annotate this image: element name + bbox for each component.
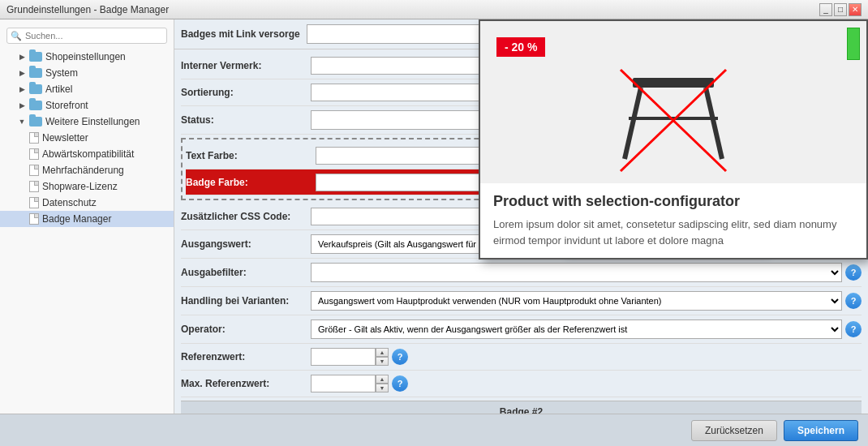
content-area: Badges mit Link versorge ? Interner Verm… — [174, 19, 868, 414]
operator-select[interactable]: Größer - Gilt als Aktiv, wenn der Ausgan… — [311, 319, 842, 339]
sidebar-label: Weitere Einstellungen — [45, 116, 140, 127]
sidebar-item-shopeinstellungen[interactable]: ▶ Shopeinstellungen — [0, 49, 174, 65]
badge-farbe-label: Badge Farbe: — [186, 177, 316, 188]
badges-label: Badges mit Link versorge — [181, 28, 300, 40]
doc-icon — [29, 197, 39, 208]
sidebar-label: Newsletter — [42, 132, 88, 144]
search-input[interactable] — [6, 28, 167, 44]
expand-icon: ▶ — [16, 100, 28, 111]
referenzwert-up[interactable]: ▲ — [376, 348, 389, 357]
operator-control: Größer - Gilt als Aktiv, wenn der Ausgan… — [311, 319, 862, 339]
sidebar: 🔍 ▶ Shopeinstellungen ▶ System ▶ Artikel… — [0, 19, 174, 414]
folder-icon — [29, 101, 42, 110]
green-indicator — [847, 28, 860, 60]
sidebar-label: Datenschutz — [42, 197, 97, 208]
ausgabefilter-label: Ausgabefilter: — [181, 267, 311, 278]
sidebar-item-artikel[interactable]: ▶ Artikel — [0, 81, 174, 97]
referenzwert-spinner: 0 ▲ ▼ — [311, 348, 389, 366]
form-row-handling: Handling bei Varianten: Ausgangswert vom… — [181, 287, 862, 315]
form-row-max-referenzwert: Max. Referenzwert: 0 ▲ ▼ ? — [181, 371, 862, 397]
doc-icon — [29, 181, 39, 192]
interner-vermerk-label: Interner Vermerk: — [181, 60, 311, 71]
doc-icon — [29, 148, 39, 160]
window-title: Grundeinstellungen - Badge Manager — [6, 4, 169, 15]
expand-icon: ▶ — [16, 67, 28, 79]
expand-icon: ▶ — [16, 84, 28, 95]
expand-icon: ▶ — [16, 51, 28, 62]
sidebar-label: Badge Manager — [42, 213, 111, 225]
preview-product-desc: Lorem ipsum dolor sit amet, consetetur s… — [493, 217, 853, 248]
help-button-operator[interactable]: ? — [845, 321, 862, 337]
help-button-ausgabefilter[interactable]: ? — [845, 264, 862, 281]
referenzwert-label: Referenzwert: — [181, 351, 311, 362]
doc-icon — [29, 132, 39, 144]
sidebar-item-abwaerts[interactable]: Abwärtskompatibilität — [0, 146, 174, 162]
badge-section-header: Badge #2 — [181, 401, 862, 414]
maximize-button[interactable]: □ — [834, 3, 847, 16]
ausgabefilter-select[interactable] — [311, 263, 842, 282]
folder-icon — [29, 52, 42, 62]
sortierung-label: Sortierung: — [181, 87, 311, 98]
referenzwert-input[interactable]: 0 — [311, 348, 376, 366]
save-button[interactable]: Speichern — [784, 420, 858, 441]
sidebar-item-badge-manager[interactable]: Badge Manager — [0, 211, 174, 227]
form-row-referenzwert: Referenzwert: 0 ▲ ▼ ? — [181, 344, 862, 371]
help-button-handling[interactable]: ? — [845, 293, 862, 309]
sidebar-label: Storefront — [45, 100, 88, 111]
preview-product-title: Product with selection-configurator — [493, 193, 853, 210]
svg-line-2 — [706, 88, 722, 159]
title-bar: Grundeinstellungen - Badge Manager _ □ ✕ — [0, 0, 868, 19]
stool-svg — [608, 45, 738, 175]
sidebar-item-newsletter[interactable]: Newsletter — [0, 130, 174, 146]
operator-label: Operator: — [181, 324, 311, 335]
max-referenzwert-input[interactable]: 0 — [311, 375, 376, 392]
search-icon: 🔍 — [11, 31, 22, 41]
close-button[interactable]: ✕ — [849, 3, 862, 16]
sidebar-label: Shopware-Lizenz — [42, 181, 118, 192]
minimize-button[interactable]: _ — [819, 3, 832, 16]
sidebar-label: Abwärtskompatibilität — [42, 148, 134, 160]
handling-control: Ausgangswert vom Hauptprodukt verwenden … — [311, 291, 862, 311]
sidebar-item-shopware[interactable]: Shopware-Lizenz — [0, 178, 174, 195]
expand-icon: ▼ — [16, 116, 28, 127]
preview-text-area: Product with selection-configurator Lore… — [480, 183, 866, 258]
text-farbe-label: Text Farbe: — [186, 150, 316, 161]
max-referenzwert-label: Max. Referenzwert: — [181, 378, 311, 389]
doc-icon — [29, 165, 39, 176]
help-button-referenzwert[interactable]: ? — [392, 349, 408, 365]
ausgabefilter-control: ? — [311, 263, 862, 282]
sidebar-label: System — [45, 67, 78, 79]
doc-icon — [29, 213, 39, 225]
referenzwert-down[interactable]: ▼ — [376, 357, 389, 366]
folder-icon — [29, 68, 42, 78]
max-referenzwert-down[interactable]: ▼ — [376, 384, 389, 392]
form-row-operator: Operator: Größer - Gilt als Aktiv, wenn … — [181, 315, 862, 344]
bottom-bar: Zurücksetzen Speichern — [0, 414, 868, 446]
sidebar-item-system[interactable]: ▶ System — [0, 65, 174, 81]
sidebar-item-storefront[interactable]: ▶ Storefront — [0, 97, 174, 114]
sidebar-label: Mehrfachänderung — [42, 165, 124, 176]
max-referenzwert-up[interactable]: ▲ — [376, 375, 389, 384]
preview-image-area: - 20 % — [480, 21, 866, 183]
svg-line-1 — [625, 88, 641, 159]
reset-button[interactable]: Zurücksetzen — [691, 420, 777, 441]
sidebar-item-datenschutz[interactable]: Datenschutz — [0, 195, 174, 211]
search-container: 🔍 — [6, 28, 167, 44]
status-label: Status: — [181, 114, 311, 126]
handling-select[interactable]: Ausgangswert vom Hauptprodukt verwenden … — [311, 291, 842, 311]
preview-badge-label: - 20 % — [496, 37, 545, 57]
max-referenzwert-control: 0 ▲ ▼ ? — [311, 375, 862, 392]
max-referenzwert-spinner: 0 ▲ ▼ — [311, 375, 389, 392]
css-code-label: Zusätzlicher CSS Code: — [181, 211, 311, 222]
ausgangswert-label: Ausgangswert: — [181, 238, 311, 250]
preview-popup: - 20 % Product with sel — [479, 19, 868, 259]
folder-icon — [29, 84, 42, 94]
help-button-max-referenzwert[interactable]: ? — [392, 375, 408, 392]
sidebar-item-mehrfach[interactable]: Mehrfachänderung — [0, 162, 174, 178]
form-row-ausgabefilter: Ausgabefilter: ? — [181, 259, 862, 287]
sidebar-label: Artikel — [45, 84, 72, 95]
folder-icon — [29, 117, 42, 127]
handling-label: Handling bei Varianten: — [181, 295, 311, 307]
sidebar-item-weitere[interactable]: ▼ Weitere Einstellungen — [0, 114, 174, 130]
sidebar-label: Shopeinstellungen — [45, 51, 126, 62]
